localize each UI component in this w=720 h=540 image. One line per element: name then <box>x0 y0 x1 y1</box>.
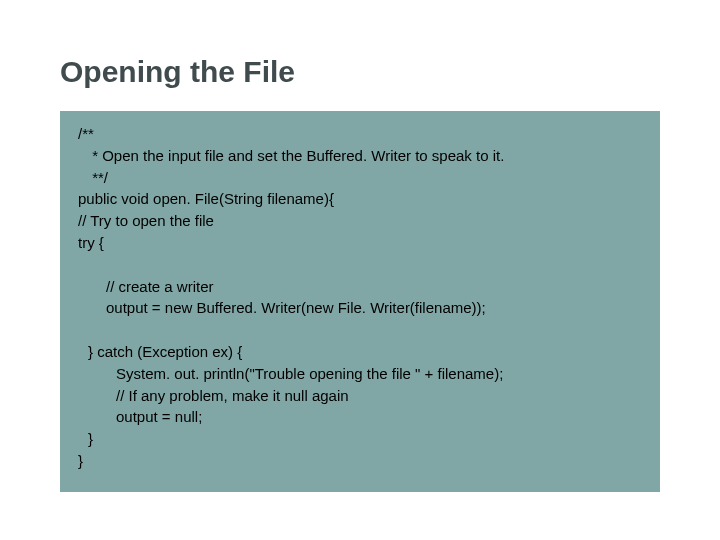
code-line: try { <box>68 232 650 254</box>
code-line: **/ <box>68 167 650 189</box>
code-line: } <box>68 428 650 450</box>
code-line: public void open. File(String filename){ <box>68 188 650 210</box>
code-line: } catch (Exception ex) { <box>68 341 650 363</box>
slide-container: Opening the File /** * Open the input fi… <box>0 0 720 540</box>
code-block: /** * Open the input file and set the Bu… <box>60 111 660 492</box>
code-line: * Open the input file and set the Buffer… <box>68 145 650 167</box>
blank-line <box>68 319 650 341</box>
code-line: } <box>68 450 650 472</box>
code-line: /** <box>68 123 650 145</box>
code-line: output = new Buffered. Writer(new File. … <box>68 297 650 319</box>
code-line: output = null; <box>68 406 650 428</box>
blank-line <box>68 254 650 276</box>
slide-title: Opening the File <box>60 55 660 89</box>
code-line: System. out. println("Trouble opening th… <box>68 363 650 385</box>
code-line: // create a writer <box>68 276 650 298</box>
code-line: // If any problem, make it null again <box>68 385 650 407</box>
code-line: // Try to open the file <box>68 210 650 232</box>
